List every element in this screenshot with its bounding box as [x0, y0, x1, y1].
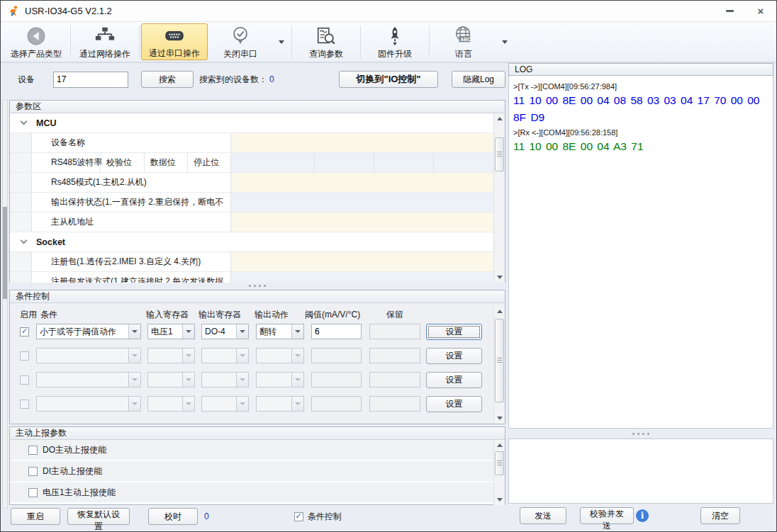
- scroll-up-icon[interactable]: [494, 440, 505, 451]
- verify-send-button[interactable]: 校验并发送: [580, 507, 634, 524]
- section-row-mcu[interactable]: MCU: [10, 113, 493, 133]
- condition-scrollbar[interactable]: [493, 306, 505, 424]
- toolbar-select-product[interactable]: 选择产品类型: [4, 22, 69, 62]
- set-button[interactable]: 设置: [426, 372, 482, 388]
- close-button[interactable]: ×: [745, 1, 776, 21]
- toolbar-close-serial[interactable]: 关闭串口: [208, 22, 273, 62]
- toolbar-network-operate[interactable]: 通过网络操作: [72, 22, 138, 62]
- output-action-select[interactable]: [256, 396, 304, 412]
- output-action-select[interactable]: [256, 348, 304, 363]
- param-row-reg-packet-mode[interactable]: 注册包发送方式(1.建立连接时 2.每次发送数据: [10, 272, 493, 283]
- scroll-down-icon[interactable]: [494, 413, 505, 424]
- dropdown-arrow-icon: [182, 373, 194, 387]
- scroll-up-icon[interactable]: [494, 113, 505, 124]
- parameters-table: MCU 设备名称 RS485波特率 校验位 数据位 停止位: [10, 113, 505, 283]
- output-action-select[interactable]: [256, 372, 304, 387]
- scroll-down-icon[interactable]: [494, 494, 505, 505]
- set-button[interactable]: 设置: [426, 348, 482, 364]
- dropdown-arrow-icon[interactable]: [236, 324, 248, 339]
- set-button[interactable]: 设置: [426, 324, 482, 340]
- section-row-socket[interactable]: Socket: [10, 232, 493, 252]
- condition-select[interactable]: [36, 396, 141, 412]
- report-scrollbar[interactable]: [493, 440, 505, 505]
- dropdown-arrow-icon[interactable]: [128, 324, 140, 339]
- condition-control-toggle[interactable]: 条件控制: [294, 511, 342, 523]
- output-register-select[interactable]: [201, 396, 249, 412]
- minimize-button[interactable]: [714, 1, 745, 21]
- param-label: Rs485模式(1.主机2.从机): [32, 173, 231, 192]
- report-row-do[interactable]: DO主动上报使能: [10, 440, 493, 461]
- parameters-scrollbar[interactable]: [493, 113, 505, 283]
- send-data-textarea[interactable]: [508, 438, 773, 504]
- send-button[interactable]: 发送: [520, 507, 566, 524]
- output-register-select[interactable]: DO-4: [201, 324, 249, 339]
- toolbar-language[interactable]: ABC 语言: [431, 22, 496, 62]
- switch-io-control-button[interactable]: 切换到"IO控制": [339, 71, 438, 88]
- param-value-cell[interactable]: [231, 133, 493, 152]
- collapse-chevron-icon: [21, 237, 28, 244]
- param-value-cell[interactable]: [231, 272, 493, 283]
- hide-log-button[interactable]: 隐藏Log: [452, 71, 505, 88]
- param-row-rs485-mode[interactable]: Rs485模式(1.主机2.从机): [10, 173, 493, 193]
- param-value-cell[interactable]: [231, 173, 493, 192]
- param-value-cell[interactable]: [231, 193, 493, 212]
- toolbar-serial-operate[interactable]: 通过串口操作: [141, 23, 208, 60]
- output-register-select[interactable]: [201, 372, 249, 387]
- param-row-output-hold[interactable]: 输出保持状态(1.一直保持 2.重启保持，断电不: [10, 193, 493, 213]
- dropdown-arrow-icon[interactable]: [291, 324, 303, 339]
- log-rx-hex: 11 10 00 8E 00 04 A3 71: [513, 138, 768, 155]
- scrollbar-thumb[interactable]: [495, 451, 504, 475]
- param-row-device-name[interactable]: 设备名称: [10, 133, 493, 153]
- param-value-cell[interactable]: [231, 213, 493, 232]
- toolbar-query-params[interactable]: 查询参数: [294, 22, 359, 62]
- input-register-select[interactable]: [147, 396, 195, 412]
- enable-checkbox[interactable]: [20, 375, 29, 385]
- enable-checkbox[interactable]: [20, 351, 29, 361]
- clear-log-button[interactable]: 清空: [700, 507, 740, 524]
- threshold-input[interactable]: [311, 324, 362, 339]
- restart-button[interactable]: 重启: [11, 508, 60, 525]
- log-view[interactable]: >[Tx ->][COM4][09:56:27:984] 11 10 00 8E…: [508, 76, 773, 429]
- scroll-down-icon[interactable]: [494, 272, 505, 283]
- enable-checkbox[interactable]: [20, 400, 29, 409]
- condition-control-checkbox[interactable]: [294, 512, 303, 521]
- report-row-di[interactable]: DI主动上报使能: [10, 461, 493, 482]
- toolbar-firmware-upgrade[interactable]: 固件升级: [362, 22, 427, 62]
- condition-select[interactable]: 小于或等于阈值动作: [36, 324, 141, 339]
- left-scrollbar-thumb[interactable]: [3, 207, 7, 299]
- input-register-select[interactable]: [147, 348, 195, 363]
- input-register-select[interactable]: 电压1: [147, 324, 195, 339]
- voltage1-report-checkbox[interactable]: [28, 488, 38, 497]
- param-row-rs485[interactable]: RS485波特率 校验位 数据位 停止位: [10, 153, 493, 173]
- do-report-checkbox[interactable]: [28, 446, 38, 455]
- scrollbar-thumb[interactable]: [495, 319, 504, 402]
- output-action-select[interactable]: 翻转: [256, 324, 304, 339]
- dropdown-arrow-icon[interactable]: [182, 324, 194, 339]
- left-scrollbar[interactable]: [2, 100, 8, 509]
- di-report-checkbox[interactable]: [28, 467, 38, 476]
- param-value-cell[interactable]: [231, 252, 493, 271]
- report-row-voltage1[interactable]: 电压1主动上报使能: [10, 482, 493, 504]
- output-register-select[interactable]: [201, 348, 249, 363]
- set-button[interactable]: 设置: [426, 396, 482, 412]
- param-row-master-slave-addr[interactable]: 主从机地址: [10, 213, 493, 232]
- svg-text:ABC: ABC: [460, 36, 471, 41]
- scroll-up-icon[interactable]: [494, 306, 505, 317]
- condition-select[interactable]: [36, 372, 141, 387]
- param-value-cells[interactable]: [231, 153, 493, 172]
- close-serial-dropdown[interactable]: [273, 22, 290, 62]
- enable-checkbox[interactable]: [20, 327, 29, 336]
- condition-select[interactable]: [36, 348, 141, 363]
- horizontal-splitter[interactable]: [9, 283, 505, 289]
- language-dropdown[interactable]: [496, 22, 513, 62]
- info-icon[interactable]: i: [636, 509, 649, 522]
- time-sync-button[interactable]: 校时: [148, 508, 198, 525]
- param-row-reg-packet[interactable]: 注册包(1.透传云2.IMEI 3.自定义 4.关闭): [10, 252, 493, 272]
- input-register-select[interactable]: [147, 372, 195, 387]
- restore-defaults-button[interactable]: 恢复默认设置: [67, 508, 130, 525]
- scrollbar-thumb[interactable]: [495, 137, 504, 171]
- col-header-condition: 条件: [40, 309, 57, 321]
- device-input[interactable]: [53, 72, 128, 88]
- search-button[interactable]: 搜索: [141, 71, 194, 88]
- log-splitter[interactable]: [508, 429, 773, 438]
